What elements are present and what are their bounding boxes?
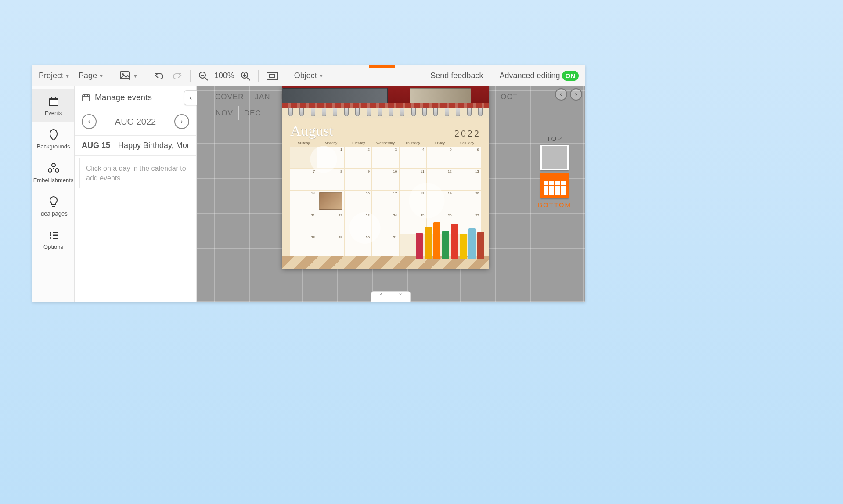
calendar-cell[interactable]: 16	[345, 191, 371, 212]
calendar-cell[interactable]: 19	[427, 191, 453, 212]
rail-item-backgrounds[interactable]: Backgrounds	[32, 122, 74, 156]
rail-item-options[interactable]: Options	[32, 223, 74, 256]
calendar-cell[interactable]: 12	[427, 169, 453, 190]
day-number: 20	[475, 191, 479, 195]
day-number: 24	[393, 213, 397, 217]
image-add-icon: +	[120, 71, 131, 81]
calendar-cell[interactable]: 14	[290, 191, 317, 212]
calendar-cell[interactable]: 30	[345, 234, 371, 256]
month-tab-nov[interactable]: NOV	[210, 106, 238, 120]
day-number: 8	[340, 169, 342, 173]
calendar-cell[interactable]: 28	[290, 234, 317, 256]
month-tab-cover[interactable]: COVER	[210, 90, 249, 104]
event-row[interactable]: AUG 15 Happy Birthday, Mom	[75, 136, 196, 156]
day-photo[interactable]	[319, 192, 342, 210]
binding-ring	[400, 108, 404, 116]
undo-button[interactable]	[151, 70, 166, 82]
calendar-cell[interactable]: 9	[345, 169, 371, 190]
calendar-cell[interactable]: 15	[317, 191, 344, 212]
calendar-cell[interactable]: 21	[290, 212, 317, 234]
page-down-button[interactable]: ˅	[391, 292, 411, 302]
binding-ring	[433, 108, 438, 116]
thumb-top[interactable]	[540, 145, 569, 170]
calendar-cell[interactable]: 17	[372, 191, 399, 212]
zoom-out-button[interactable]	[196, 69, 211, 83]
day-number: 31	[393, 235, 397, 239]
add-image-menu[interactable]: + ▼	[117, 69, 140, 83]
day-number: 7	[313, 169, 315, 173]
months-scroll-right[interactable]: ›	[570, 88, 582, 101]
svg-point-20	[53, 168, 54, 169]
calendar-cell[interactable]: 3	[372, 147, 399, 168]
rail-item-idea-pages[interactable]: Idea pages	[32, 190, 74, 223]
day-number: 19	[448, 191, 452, 195]
prev-month-button[interactable]: ‹	[82, 114, 97, 129]
advanced-editing-label: Advanced editing	[499, 71, 560, 80]
rail-item-events[interactable]: Events	[32, 89, 74, 122]
page-up-button[interactable]: ˄	[371, 292, 391, 302]
rail-item-label: Options	[43, 244, 63, 250]
calendar-page-preview[interactable]: August 2022 SundayMondayTuesdayWednesday…	[282, 86, 489, 269]
months-scroll-left[interactable]: ‹	[555, 88, 567, 101]
manage-events-label[interactable]: Manage events	[95, 93, 152, 102]
calendar-cell[interactable]: 22	[317, 212, 344, 234]
calendar-cell[interactable]: 6	[454, 147, 481, 168]
calendar-cell[interactable]: 8	[317, 169, 344, 190]
calendar-icon	[82, 93, 90, 102]
month-tab-oct[interactable]: OCT	[495, 90, 523, 104]
calendar-cell[interactable]: 10	[372, 169, 399, 190]
calendar-cell[interactable]: 1	[317, 147, 344, 168]
svg-rect-25	[53, 235, 58, 236]
day-number: 21	[311, 213, 315, 217]
advanced-editing-toggle[interactable]: Advanced editing ON	[497, 69, 581, 83]
toolbar-separator	[286, 70, 286, 82]
calendar-cell[interactable]: 31	[372, 234, 399, 256]
day-number: 12	[448, 169, 452, 173]
day-of-week-row: SundayMondayTuesdayWednesdayThursdayFrid…	[290, 141, 481, 147]
calendar-cell[interactable]: 24	[372, 212, 399, 234]
event-date: AUG 15	[82, 141, 110, 150]
object-menu[interactable]: Object ▼	[292, 69, 326, 82]
day-number: 2	[367, 148, 369, 151]
calendar-cell[interactable]: 7	[290, 169, 317, 190]
binding-ring	[344, 108, 349, 116]
month-tab-jan[interactable]: JAN	[249, 90, 275, 104]
redo-button[interactable]	[170, 70, 185, 82]
calendar-cell[interactable]: 29	[317, 234, 344, 256]
chevron-right-icon: ›	[575, 90, 577, 99]
binding-ring	[322, 108, 326, 116]
day-number: 1	[340, 148, 342, 151]
month-tab-dec[interactable]: DEC	[238, 106, 267, 120]
send-feedback-link[interactable]: Send feedback	[428, 69, 486, 82]
canvas[interactable]: COVERJANFEBMARAPRMAYJUNJULAUGSEPOCTNOVDE…	[197, 86, 585, 302]
next-month-button[interactable]: ›	[174, 114, 189, 129]
calendar-cell[interactable]: 11	[400, 169, 426, 190]
binding-ring	[467, 108, 472, 116]
day-number: 5	[450, 148, 451, 151]
calendar-cell[interactable]: 2	[345, 147, 371, 168]
svg-line-4	[205, 78, 208, 80]
project-menu[interactable]: Project ▼	[36, 69, 72, 82]
svg-text:+: +	[128, 76, 131, 81]
chevron-left-icon: ‹	[560, 90, 562, 99]
rail-item-embellishments[interactable]: Embellishments	[32, 156, 74, 190]
books-embellishment[interactable]	[416, 220, 490, 259]
fit-to-screen-button[interactable]	[264, 69, 281, 83]
calendar-cell[interactable]: 18	[400, 191, 426, 212]
dow-label: Wednesday	[372, 141, 399, 145]
binding-ring	[355, 108, 360, 116]
svg-rect-27	[53, 238, 58, 239]
zoom-in-button[interactable]	[238, 69, 253, 83]
binding-ring	[288, 108, 293, 116]
book-shape	[477, 232, 484, 259]
binding-ring	[445, 108, 449, 116]
page-menu[interactable]: Page ▼	[76, 69, 106, 82]
calendar-cell[interactable]: 13	[454, 169, 481, 190]
calendar-cell[interactable]: 23	[345, 212, 371, 234]
collapse-panel-button[interactable]: ‹	[184, 90, 197, 105]
calendar-cell[interactable]: 5	[427, 147, 453, 168]
thumb-bottom[interactable]	[540, 173, 569, 198]
binding-ring	[456, 108, 460, 116]
calendar-cell[interactable]: 4	[400, 147, 426, 168]
calendar-cell[interactable]: 20	[454, 191, 481, 212]
